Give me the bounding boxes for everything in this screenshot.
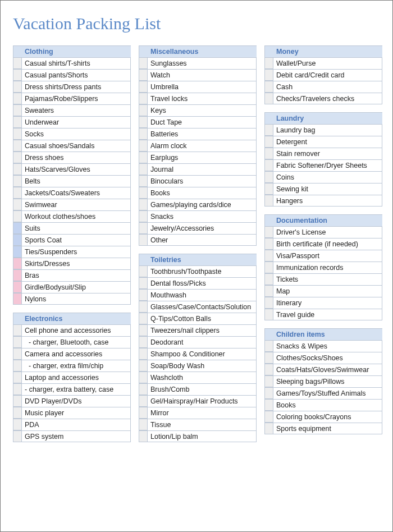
checkbox[interactable] bbox=[13, 69, 22, 81]
list-item: Sewing kit bbox=[264, 183, 382, 195]
checkbox[interactable] bbox=[13, 360, 22, 372]
checkbox[interactable] bbox=[139, 57, 148, 69]
checkbox[interactable] bbox=[139, 407, 148, 419]
checkbox[interactable] bbox=[139, 430, 148, 442]
checkbox[interactable] bbox=[264, 309, 273, 320]
checkbox[interactable] bbox=[264, 364, 273, 375]
checkbox[interactable] bbox=[264, 250, 273, 262]
checkbox[interactable] bbox=[139, 81, 148, 93]
checkbox[interactable] bbox=[264, 285, 273, 297]
checkbox[interactable] bbox=[13, 324, 22, 336]
checkbox[interactable] bbox=[13, 187, 22, 199]
checkbox[interactable] bbox=[264, 411, 273, 423]
item-label: - charger, Bluetooth, case bbox=[22, 336, 131, 348]
checkbox[interactable] bbox=[264, 273, 273, 285]
checkbox[interactable] bbox=[264, 399, 273, 411]
checkbox[interactable] bbox=[139, 187, 148, 199]
checkbox[interactable] bbox=[139, 104, 148, 116]
checkbox[interactable] bbox=[139, 348, 148, 360]
list-item: Girdle/Bodysuit/Slip bbox=[13, 281, 131, 293]
checkbox[interactable] bbox=[264, 136, 273, 148]
checkbox[interactable] bbox=[13, 104, 22, 116]
checkbox[interactable] bbox=[139, 395, 148, 407]
checkbox[interactable] bbox=[139, 372, 148, 383]
checkbox[interactable] bbox=[139, 383, 148, 395]
checkbox[interactable] bbox=[13, 152, 22, 163]
checkbox[interactable] bbox=[264, 57, 273, 69]
checkbox[interactable] bbox=[139, 152, 148, 163]
checkbox[interactable] bbox=[139, 175, 148, 187]
checkbox[interactable] bbox=[264, 93, 273, 104]
checkbox[interactable] bbox=[264, 352, 273, 364]
checkbox[interactable] bbox=[139, 116, 148, 128]
item-label: - charger, extra battery, case bbox=[22, 383, 131, 395]
checkbox[interactable] bbox=[13, 372, 22, 383]
list-item: Casual pants/Shorts bbox=[13, 69, 131, 81]
checkbox[interactable] bbox=[13, 348, 22, 360]
item-label: Watch bbox=[148, 69, 257, 81]
checkbox[interactable] bbox=[139, 289, 148, 301]
checkbox[interactable] bbox=[139, 222, 148, 234]
checkbox[interactable] bbox=[264, 297, 273, 309]
checkbox[interactable] bbox=[139, 93, 148, 104]
checkbox[interactable] bbox=[264, 340, 273, 352]
checkbox[interactable] bbox=[264, 81, 273, 93]
checkbox[interactable] bbox=[264, 171, 273, 183]
checkbox[interactable] bbox=[13, 116, 22, 128]
checkbox[interactable] bbox=[264, 183, 273, 195]
checkbox[interactable] bbox=[13, 281, 22, 293]
checkbox[interactable] bbox=[13, 246, 22, 258]
checkbox[interactable] bbox=[139, 128, 148, 140]
checkbox[interactable] bbox=[13, 234, 22, 246]
checkbox[interactable] bbox=[264, 69, 273, 81]
checkbox[interactable] bbox=[13, 430, 22, 442]
checkbox[interactable] bbox=[13, 395, 22, 407]
checkbox[interactable] bbox=[139, 234, 148, 246]
checkbox[interactable] bbox=[264, 195, 273, 207]
item-label: Laundry bag bbox=[273, 124, 382, 136]
checkbox[interactable] bbox=[139, 265, 148, 277]
checkbox[interactable] bbox=[13, 258, 22, 269]
checkbox[interactable] bbox=[264, 375, 273, 387]
checkbox[interactable] bbox=[13, 336, 22, 348]
checkbox[interactable] bbox=[13, 57, 22, 69]
checkbox[interactable] bbox=[13, 269, 22, 281]
checkbox[interactable] bbox=[139, 163, 148, 175]
checkbox[interactable] bbox=[13, 407, 22, 419]
checkbox[interactable] bbox=[264, 148, 273, 159]
checkbox[interactable] bbox=[139, 199, 148, 210]
checkbox[interactable] bbox=[264, 124, 273, 136]
item-label: Sleeping bags/Pillows bbox=[273, 375, 382, 387]
checkbox[interactable] bbox=[13, 222, 22, 234]
checkbox[interactable] bbox=[13, 293, 22, 305]
checkbox[interactable] bbox=[139, 210, 148, 222]
checkbox[interactable] bbox=[139, 301, 148, 313]
checkbox[interactable] bbox=[139, 140, 148, 152]
checkbox[interactable] bbox=[13, 163, 22, 175]
list-item: - charger, extra film/chip bbox=[13, 360, 131, 372]
checkbox[interactable] bbox=[139, 360, 148, 372]
checkbox[interactable] bbox=[13, 383, 22, 395]
checkbox[interactable] bbox=[264, 226, 273, 238]
checkbox[interactable] bbox=[13, 210, 22, 222]
checkbox[interactable] bbox=[264, 387, 273, 399]
checkbox[interactable] bbox=[13, 128, 22, 140]
checkbox[interactable] bbox=[139, 69, 148, 81]
checkbox[interactable] bbox=[139, 324, 148, 336]
checkbox[interactable] bbox=[13, 419, 22, 430]
checkbox[interactable] bbox=[139, 277, 148, 289]
checkbox[interactable] bbox=[264, 159, 273, 171]
checkbox[interactable] bbox=[13, 93, 22, 104]
checkbox[interactable] bbox=[139, 336, 148, 348]
list-item: PDA bbox=[13, 419, 131, 430]
checkbox[interactable] bbox=[264, 423, 273, 434]
checkbox[interactable] bbox=[13, 175, 22, 187]
item-label: Visa/Passport bbox=[273, 250, 382, 262]
checkbox[interactable] bbox=[13, 199, 22, 210]
checkbox[interactable] bbox=[13, 140, 22, 152]
checkbox[interactable] bbox=[139, 313, 148, 324]
checkbox[interactable] bbox=[139, 419, 148, 430]
checkbox[interactable] bbox=[13, 81, 22, 93]
checkbox[interactable] bbox=[264, 238, 273, 250]
checkbox[interactable] bbox=[264, 262, 273, 273]
